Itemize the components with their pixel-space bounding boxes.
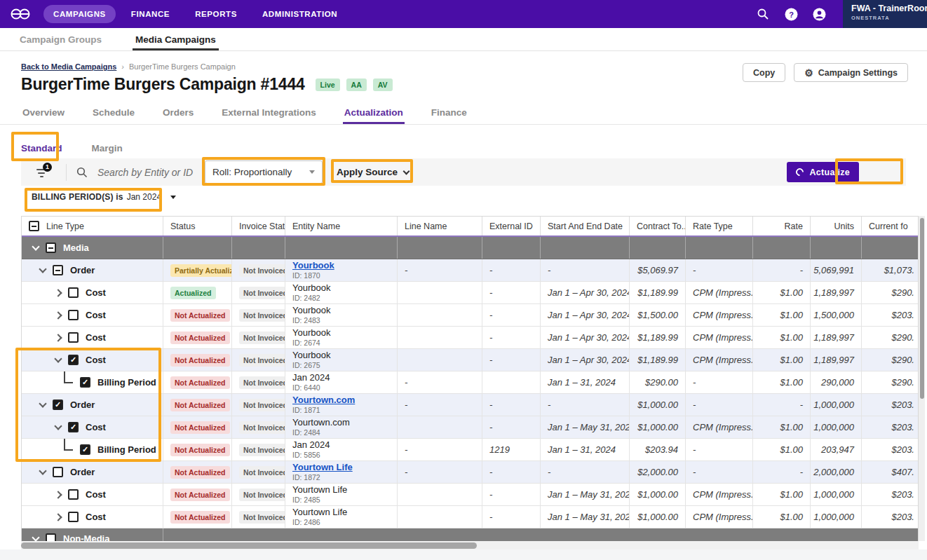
column-header-start-and-end-date[interactable]: Start And End Date (541, 217, 630, 235)
column-header-rate[interactable]: Rate (753, 217, 811, 235)
cell-invoice-status: Not Invoiced (232, 371, 285, 393)
chevron-down-icon[interactable] (39, 467, 46, 474)
vertical-scrollbar-thumb[interactable] (920, 218, 924, 399)
cell-line-type: Cost (22, 327, 163, 348)
row-checkbox[interactable] (53, 467, 63, 477)
entity-wrap: Yourtown.comID: 2484 (292, 418, 350, 437)
tab-external-integrations[interactable]: External Integrations (220, 103, 317, 124)
entity-link[interactable]: Yourbook (292, 261, 334, 271)
cell-rate-type: - (686, 371, 753, 393)
entity-wrap: Yourtown.comID: 1871 (292, 395, 355, 415)
toolbar-divider (66, 164, 67, 181)
search-input[interactable]: Search by Entity or ID (76, 167, 193, 178)
filter-button[interactable]: 1 (28, 168, 55, 177)
copy-button[interactable]: Copy (743, 63, 785, 82)
row-checkbox[interactable] (68, 489, 79, 500)
column-header-line-name[interactable]: Line Name (398, 217, 482, 235)
horizontal-scrollbar-thumb[interactable] (21, 542, 477, 549)
cell-entity-name: YourbookID: 2675 (285, 349, 398, 371)
cell-rate-type (686, 237, 753, 259)
entity-name: Yourbook (292, 283, 330, 294)
column-header-rate-type[interactable]: Rate Type (686, 217, 753, 235)
entity-link[interactable]: Yourtown.com (292, 395, 355, 406)
row-checkbox[interactable] (46, 533, 56, 541)
subtab-margin[interactable]: Margin (90, 139, 124, 161)
apply-source-button[interactable]: Apply Source (337, 167, 409, 177)
tab-media-campaigns[interactable]: Media Campaigns (133, 28, 219, 50)
row-checkbox[interactable] (53, 265, 63, 275)
cell-status: Not Actualized (163, 304, 232, 326)
actualize-button[interactable]: Actualize (787, 162, 859, 182)
chevron-right-icon[interactable] (54, 334, 62, 341)
row-checkbox[interactable] (68, 310, 79, 320)
cell-rate-type: CPM (Impress... (686, 416, 753, 438)
help-icon[interactable]: ? (777, 8, 805, 21)
tab-finance[interactable]: Finance (430, 103, 468, 124)
cell-rate: $1.00 (753, 349, 811, 371)
chevron-down-icon[interactable] (32, 243, 39, 250)
vertical-scrollbar (919, 216, 925, 541)
row-checkbox[interactable]: ✓ (53, 399, 63, 410)
row-checkbox[interactable]: ✓ (80, 444, 90, 455)
tab-overview[interactable]: Overview (21, 103, 66, 124)
chevron-down-icon[interactable] (54, 355, 62, 362)
back-to-media-campaigns-link[interactable]: Back to Media Campaigns (21, 62, 116, 71)
entity-wrap: YourbookID: 2674 (292, 328, 330, 348)
row-checkbox[interactable] (68, 287, 79, 298)
chevron-right-icon[interactable] (54, 513, 62, 521)
column-header-external-id[interactable]: External ID (482, 217, 541, 235)
select-all-checkbox[interactable] (29, 221, 39, 231)
line-type-label: Cost (86, 355, 106, 365)
column-header-invoice-stat-[interactable]: Invoice Stat... (232, 217, 285, 235)
column-header-current-fo[interactable]: Current fo (862, 217, 919, 235)
nav-item-campaigns[interactable]: CAMPAIGNS (43, 5, 116, 23)
chevron-right-icon[interactable] (54, 289, 62, 296)
row-checkbox[interactable] (68, 512, 79, 522)
campaign-settings-button[interactable]: ⚙ Campaign Settings (794, 63, 908, 82)
chevron-down-icon[interactable] (54, 422, 62, 430)
search-icon[interactable] (749, 8, 777, 20)
cell-current-forecast (862, 237, 919, 259)
row-checkbox[interactable] (46, 243, 56, 253)
entity-id: ID: 2486 (292, 518, 347, 527)
subtab-standard[interactable]: Standard (20, 139, 64, 161)
column-header-contract-to-[interactable]: Contract To... (630, 217, 686, 235)
invoice-status-badge: Not Invoiced (239, 511, 285, 524)
entity-name: Yourtown.com (292, 418, 350, 428)
chevron-down-icon[interactable] (32, 533, 39, 541)
status-badge: Not Actualized (170, 489, 230, 501)
column-header-line-type[interactable]: Line Type (22, 217, 163, 235)
app-logo-icon[interactable] (10, 8, 31, 20)
tab-schedule[interactable]: Schedule (91, 103, 136, 124)
column-header-entity-name[interactable]: Entity Name (285, 217, 398, 235)
chevron-down-icon[interactable] (39, 265, 46, 273)
column-header-units[interactable]: Units (811, 217, 862, 235)
entity-link[interactable]: Yourtown Life (292, 463, 353, 473)
nav-item-administration[interactable]: ADMINISTRATION (252, 5, 347, 23)
chevron-right-icon[interactable] (54, 311, 62, 319)
tab-orders[interactable]: Orders (161, 103, 195, 124)
row-checkbox[interactable]: ✓ (68, 355, 79, 365)
row-checkbox[interactable] (68, 332, 79, 343)
cell-entity-name: Yourtown LifeID: 1872 (285, 461, 398, 483)
billing-period-filter-chip[interactable]: BILLING PERIOD(S) is Jan 2024 (32, 192, 176, 202)
nav-item-reports[interactable]: REPORTS (185, 5, 247, 23)
chevron-down-icon[interactable] (39, 399, 46, 407)
nav-item-finance[interactable]: FINANCE (121, 5, 180, 23)
account-switcher[interactable]: FWA - TrainerRoom ONESTRATA (843, 0, 927, 28)
cell-rate: $1.00 (753, 416, 811, 438)
cell-line-type: Order (22, 259, 163, 281)
chevron-right-icon[interactable] (54, 491, 62, 498)
cell-invoice-status: Not Invoiced (232, 506, 285, 528)
column-header-status[interactable]: Status (163, 217, 232, 235)
user-icon[interactable] (805, 8, 833, 21)
cell-invoice-status: Not Invoiced (232, 349, 285, 371)
tab-campaign-groups[interactable]: Campaign Groups (17, 28, 104, 50)
main-nav: CAMPAIGNSFINANCEREPORTSADMINISTRATION (43, 5, 347, 23)
row-checkbox[interactable]: ✓ (68, 422, 79, 432)
tab-actualization[interactable]: Actualization (343, 103, 405, 124)
roll-dropdown[interactable]: Roll: Proportionally (205, 161, 323, 184)
entity-id: ID: 1870 (292, 271, 334, 280)
row-checkbox[interactable]: ✓ (80, 377, 90, 388)
cell-status: Not Actualized (163, 327, 232, 348)
